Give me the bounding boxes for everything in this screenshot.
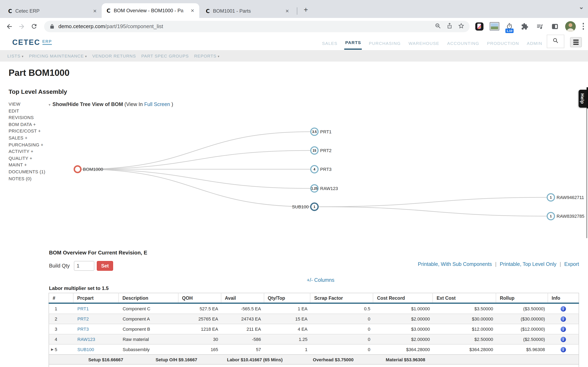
screenshot-extension-icon[interactable] [489,21,499,32]
subnav-vendor-returns[interactable]: VENDOR RETURNS [92,53,136,58]
cell-cost: $3.00000 [373,324,433,334]
share-icon[interactable] [446,22,453,30]
browser-tab-bom1001[interactable]: C BOM1001 - Parts ✕ [201,4,294,18]
sidebar-item-documents[interactable]: DOCUMENTS (1) [9,169,45,174]
tree-node-raw9462711[interactable]: 1 RAW9462711 [547,194,584,201]
cetec-favicon-icon: C [107,8,111,14]
sidebar-item-price-cost[interactable]: PRICE/COST + [9,129,45,133]
close-tab-icon[interactable]: ✕ [285,8,290,15]
lock-icon[interactable] [50,24,54,29]
expand-row-icon[interactable]: ▶ [51,348,53,351]
bookmark-star-icon[interactable] [458,22,465,30]
cell-ext: $2.50000 [433,334,496,344]
prcpart-link[interactable]: PRT1 [77,306,89,311]
new-tab-button[interactable]: + [301,5,311,16]
full-screen-link[interactable]: Full Screen [144,101,170,107]
tree-node-prt2[interactable]: 15 PRT2 [311,147,332,154]
help-tab[interactable]: Help [579,90,587,108]
cell-rollup: $5.96308 [496,344,548,355]
url-domain: demo.cetecerp.com [58,23,105,29]
sidebar-item-activity[interactable]: ACTIVITY + [9,149,45,154]
cell-avail: 211 EA [221,324,264,334]
nav-admin[interactable]: ADMIN [526,36,543,49]
tree-node-prt3[interactable]: 4 PRT3 [311,166,332,173]
sidebar-item-edit[interactable]: EDIT [9,108,45,113]
svg-text:1: 1 [314,205,315,209]
reload-icon[interactable] [28,20,40,33]
cell-cost: $2.00000 [373,334,433,344]
stopwatch-extension-icon[interactable]: 1.10 [504,21,514,32]
sidebar-item-notes[interactable]: NOTES (0) [9,176,45,181]
columns-toggle-link[interactable]: +/- Columns [307,277,334,283]
zoom-out-icon[interactable] [434,22,441,30]
forward-icon[interactable] [16,20,28,33]
tab-strip: C Cetec ERP ✕ C BOM Overview - BOM1000 -… [0,0,588,18]
tree-node-raw8392785[interactable]: 1 RAW8392785 [547,212,584,220]
sidebar-item-purchasing[interactable]: PURCHASING + [9,142,45,147]
nav-warehouse[interactable]: WAREHOUSE [408,36,440,49]
build-qty-input[interactable] [74,261,94,271]
sidebar-item-view[interactable]: VIEW [9,101,45,106]
prcpart-link[interactable]: RAW123 [77,337,95,342]
browser-menu-icon[interactable] [582,23,584,30]
prcpart-link[interactable]: PRT2 [77,317,89,321]
nav-accounting[interactable]: ACCOUNTING [446,36,480,49]
tree-node-sub100[interactable]: 1 SUB100 [292,203,318,210]
tree-node-raw123[interactable]: 1.25 RAW123 [311,185,338,192]
global-search-button[interactable] [547,35,564,48]
back-icon[interactable] [3,20,16,33]
screen: C Cetec ERP ✕ C BOM Overview - BOM1000 -… [0,0,588,367]
info-icon[interactable]: i [561,347,566,352]
subnav-lists[interactable]: LISTS▾ [7,53,24,58]
nav-production[interactable]: PRODUCTION [486,36,520,49]
subnav-reports[interactable]: REPORTS▾ [194,53,220,58]
tree-toggle[interactable]: ▾Show/Hide Tree View of BOM (View In Ful… [49,101,173,107]
primary-nav: SALES PARTS PURCHASING WAREHOUSE ACCOUNT… [321,35,543,50]
col-num: # [49,293,73,303]
export-link[interactable]: Export [564,261,579,267]
nav-parts[interactable]: PARTS [345,35,362,50]
prcpart-link[interactable]: SUB100 [77,347,94,352]
cell-scrap: 0 [310,344,373,355]
table-row: 3 PRT3 Component B 1218 EA 211 EA 4 EA 0… [49,324,579,334]
bom-overview-heading: BOM Overview For Current Revision, E [49,250,147,256]
tree-node-prt1[interactable]: 3.5 PRT1 [311,128,332,135]
sidebar-item-quality[interactable]: QUALITY + [9,156,45,161]
playlist-extension-icon[interactable] [535,21,545,32]
subnav-part-spec-groups[interactable]: PART SPEC GROUPS [141,53,189,58]
profile-avatar[interactable] [565,21,576,32]
sidebar-item-sales[interactable]: SALES + [9,135,45,140]
info-icon[interactable]: i [561,327,566,332]
subnav-pricing-maintenance[interactable]: PRICING MAINTENANCE▾ [29,53,87,58]
info-icon[interactable]: i [561,306,566,312]
url-path: /part/195/component_list [105,23,163,29]
sidebar-item-bom-data[interactable]: BOM DATA + [9,122,45,127]
browser-tab-cetec-erp[interactable]: C Cetec ERP ✕ [3,4,102,18]
printable-with-subs-link[interactable]: Printable, With Sub Components [418,261,492,267]
sidebar-item-revisions[interactable]: REVISIONS [9,115,45,120]
url-bar[interactable]: demo.cetecerp.com/part/195/component_lis… [44,21,469,32]
sidebar-panel-icon[interactable] [550,21,560,32]
cetec-logo[interactable]: CETEC ERP [12,38,52,47]
tab-search-chevron-icon[interactable]: ⌄ [579,3,584,11]
app-menu-icon[interactable] [570,37,582,47]
printable-top-level-link[interactable]: Printable, Top Level Only [500,261,557,267]
set-button[interactable]: Set [96,261,113,271]
browser-tab-bom-overview[interactable]: C BOM Overview - BOM1000 - Pa ✕ [102,3,199,18]
cell-qoh: 527.5 EA [178,303,221,314]
extensions-puzzle-icon[interactable] [520,21,529,32]
docs-extension-icon[interactable] [474,21,484,32]
setup-total: Setup $16.66667 [88,357,123,362]
info-icon[interactable]: i [561,317,566,322]
cell-prcpart: RAW123 [73,334,119,344]
prcpart-link[interactable]: PRT3 [77,327,89,332]
close-tab-icon[interactable]: ✕ [92,8,98,15]
info-icon[interactable]: i [561,337,566,342]
nav-purchasing[interactable]: PURCHASING [368,36,402,49]
sidebar-item-maint[interactable]: MAINT + [9,162,45,167]
tab-title: BOM1001 - Parts [213,8,285,14]
close-tab-icon[interactable]: ✕ [190,7,195,14]
tree-node-root[interactable]: BOM1000 [74,166,103,173]
nav-sales[interactable]: SALES [321,36,338,49]
cell-scrap: 0.5 [310,303,373,314]
